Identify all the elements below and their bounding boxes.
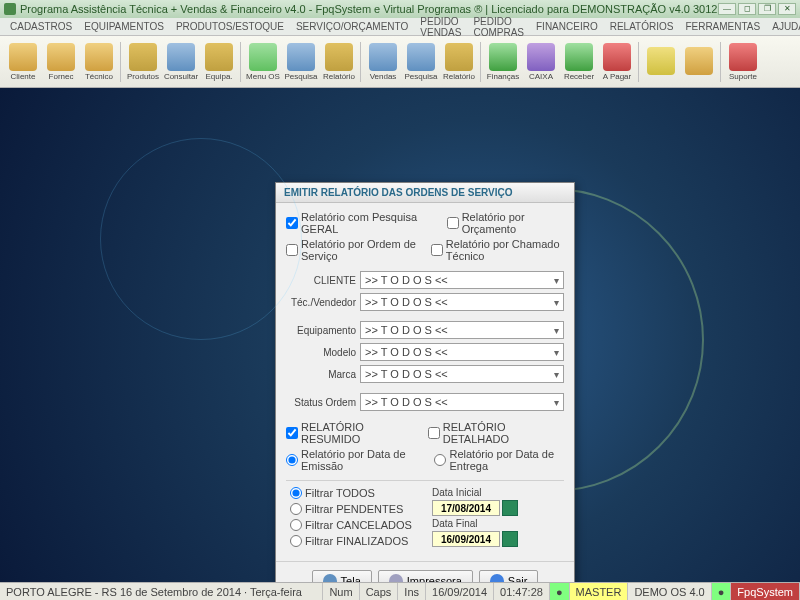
toolbar-vendas[interactable]: Vendas [364, 38, 402, 86]
menu-relatórios[interactable]: RELATÓRIOS [604, 19, 680, 34]
radio-data-entrega[interactable]: Relatório por Data de Entrega [434, 448, 564, 472]
combo-marca[interactable]: >> T O D O S << [360, 365, 564, 383]
status-indicator2: ● [712, 583, 732, 600]
exit-icon [490, 574, 504, 582]
sair-button[interactable]: Sair [479, 570, 539, 582]
menu-bar: CADASTROSEQUIPAMENTOSPRODUTOS/ESTOQUESER… [0, 18, 800, 36]
input-data-inicial[interactable] [432, 500, 500, 516]
main-toolbar: ClienteFornecTécnicoProdutosConsultarEqu… [0, 36, 800, 88]
label-cliente: CLIENTE [286, 275, 356, 286]
menu-ajuda[interactable]: AJUDA [766, 19, 800, 34]
check-ordem-servico[interactable]: Relatório por Ordem de Serviço [286, 238, 419, 262]
toolbar-icon[interactable] [642, 38, 680, 86]
toolbar-técnico[interactable]: Técnico [80, 38, 118, 86]
menu-produtos/estoque[interactable]: PRODUTOS/ESTOQUE [170, 19, 290, 34]
check-orcamento[interactable]: Relatório por Orçamento [447, 211, 564, 235]
toolbar-a pagar[interactable]: A Pagar [598, 38, 636, 86]
calendar-icon[interactable] [502, 500, 518, 516]
window-controls: — ◻ ❐ ✕ [718, 3, 796, 15]
status-bar: PORTO ALEGRE - RS 16 de Setembro de 2014… [0, 582, 800, 600]
restore-button[interactable]: ❐ [758, 3, 776, 15]
toolbar-finanças[interactable]: Finanças [484, 38, 522, 86]
Menu OS-icon [249, 43, 277, 71]
desktop-area: EMITIR RELATÓRIO DAS ORDENS DE SERVIÇO R… [0, 88, 800, 582]
Relatório-icon [445, 43, 473, 71]
impressora-button[interactable]: Impressora [378, 570, 473, 582]
close-button[interactable]: ✕ [778, 3, 796, 15]
menu-serviço/orçamento[interactable]: SERVIÇO/ORÇAMENTO [290, 19, 414, 34]
A Pagar-icon [603, 43, 631, 71]
status-user: MASTER [570, 583, 629, 600]
toolbar-relatório[interactable]: Relatório [320, 38, 358, 86]
calendar-icon[interactable] [502, 531, 518, 547]
label-data-final: Data Final [432, 518, 518, 529]
toolbar-relatório[interactable]: Relatório [440, 38, 478, 86]
toolbar-fornec[interactable]: Fornec [42, 38, 80, 86]
Equipa.-icon [205, 43, 233, 71]
toolbar-separator [480, 42, 482, 82]
toolbar-caixa[interactable]: CAIXA [522, 38, 560, 86]
toolbar-menu os[interactable]: Menu OS [244, 38, 282, 86]
check-detalhado[interactable]: RELATÓRIO DETALHADO [428, 421, 564, 445]
minimize-button[interactable]: — [718, 3, 736, 15]
Fornec-icon [47, 43, 75, 71]
label-modelo: Modelo [286, 347, 356, 358]
menu-financeiro[interactable]: FINANCEIRO [530, 19, 604, 34]
Pesquisa-icon [287, 43, 315, 71]
toolbar-icon[interactable] [680, 38, 718, 86]
label-equipamento: Equipamento [286, 325, 356, 336]
toolbar-cliente[interactable]: Cliente [4, 38, 42, 86]
menu-pedido vendas[interactable]: PEDIDO VENDAS [414, 14, 467, 40]
Relatório-icon [325, 43, 353, 71]
window-titlebar: Programa Assistência Técnica + Vendas & … [0, 0, 800, 18]
radio-data-emissao[interactable]: Relatório por Data de Emissão [286, 448, 418, 472]
menu-cadastros[interactable]: CADASTROS [4, 19, 78, 34]
status-caps: Caps [360, 583, 399, 600]
label-tecnico: Téc./Vendedor [286, 297, 356, 308]
radio-filtrar-finalizados[interactable]: Filtrar FINALIZADOS [290, 535, 412, 547]
combo-tecnico[interactable]: >> T O D O S << [360, 293, 564, 311]
toolbar-suporte[interactable]: Suporte [724, 38, 762, 86]
Vendas-icon [369, 43, 397, 71]
Suporte-icon [729, 43, 757, 71]
printer-icon [389, 574, 403, 582]
toolbar-consultar[interactable]: Consultar [162, 38, 200, 86]
Produtos-icon [129, 43, 157, 71]
window-title: Programa Assistência Técnica + Vendas & … [20, 3, 718, 15]
toolbar-separator [638, 42, 640, 82]
combo-modelo[interactable]: >> T O D O S << [360, 343, 564, 361]
toolbar-pesquisa[interactable]: Pesquisa [402, 38, 440, 86]
toolbar-separator [120, 42, 122, 82]
maximize-button[interactable]: ◻ [738, 3, 756, 15]
status-demo: DEMO OS 4.0 [628, 583, 711, 600]
Finanças-icon [489, 43, 517, 71]
menu-ferramentas[interactable]: FERRAMENTAS [679, 19, 766, 34]
status-indicator: ● [550, 583, 570, 600]
tela-button[interactable]: Tela [312, 570, 372, 582]
check-resumido[interactable]: RELATÓRIO RESUMIDO [286, 421, 416, 445]
Receber-icon [565, 43, 593, 71]
Consultar-icon [167, 43, 195, 71]
Cliente-icon [9, 43, 37, 71]
combo-cliente[interactable]: >> T O D O S << [360, 271, 564, 289]
toolbar-separator [240, 42, 242, 82]
radio-filtrar-cancelados[interactable]: Filtrar CANCELADOS [290, 519, 412, 531]
toolbar-equipa.[interactable]: Equipa. [200, 38, 238, 86]
combo-status[interactable]: >> T O D O S << [360, 393, 564, 411]
tool-icon [647, 47, 675, 75]
input-data-final[interactable] [432, 531, 500, 547]
toolbar-receber[interactable]: Receber [560, 38, 598, 86]
screen-icon [323, 574, 337, 582]
toolbar-pesquisa[interactable]: Pesquisa [282, 38, 320, 86]
menu-equipamentos[interactable]: EQUIPAMENTOS [78, 19, 170, 34]
toolbar-produtos[interactable]: Produtos [124, 38, 162, 86]
radio-filtrar-todos[interactable]: Filtrar TODOS [290, 487, 412, 499]
toolbar-separator [360, 42, 362, 82]
menu-pedido compras[interactable]: PEDIDO COMPRAS [467, 14, 530, 40]
combo-equipamento[interactable]: >> T O D O S << [360, 321, 564, 339]
check-pesquisa-geral[interactable]: Relatório com Pesquisa GERAL [286, 211, 435, 235]
radio-filtrar-pendentes[interactable]: Filtrar PENDENTES [290, 503, 412, 515]
label-status: Status Ordem [286, 397, 356, 408]
check-chamado-tecnico[interactable]: Relatório por Chamado Técnico [431, 238, 564, 262]
status-date: 16/09/2014 [426, 583, 494, 600]
